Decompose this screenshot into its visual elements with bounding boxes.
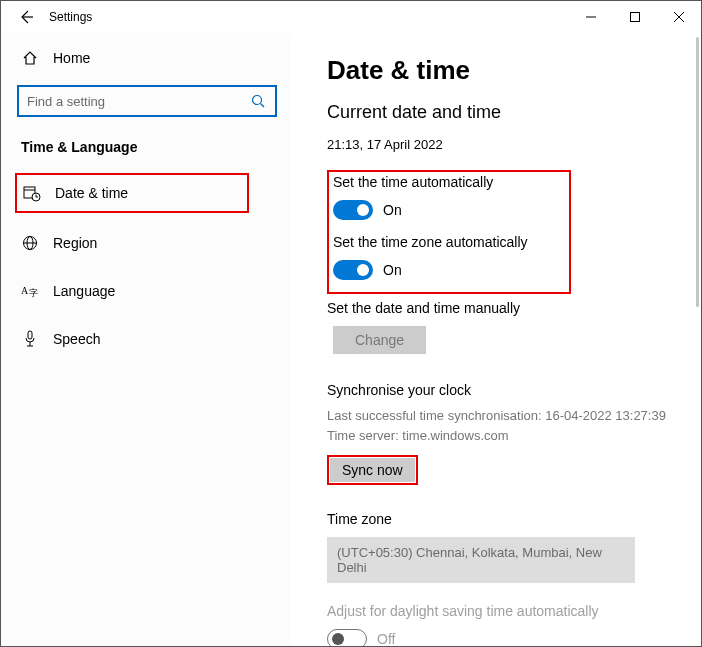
home-label: Home — [53, 50, 90, 66]
microphone-icon — [21, 330, 39, 348]
svg-rect-1 — [631, 13, 640, 22]
dst-label: Adjust for daylight saving time automati… — [327, 603, 679, 619]
home-link[interactable]: Home — [15, 41, 277, 81]
sync-heading: Synchronise your clock — [327, 382, 679, 398]
svg-point-4 — [253, 96, 262, 105]
maximize-button[interactable] — [613, 1, 657, 33]
scrollbar[interactable] — [696, 37, 699, 307]
nav-language[interactable]: A字 Language — [15, 273, 277, 309]
auto-time-state: On — [383, 202, 402, 218]
nav-date-time[interactable]: Date & time — [15, 173, 249, 213]
manual-label: Set the date and time manually — [327, 300, 679, 316]
svg-rect-16 — [28, 331, 32, 339]
sync-now-button[interactable]: Sync now — [330, 458, 415, 482]
nav-region[interactable]: Region — [15, 225, 277, 261]
search-icon — [249, 92, 267, 110]
sidebar: Home Find a setting Time & Language Date… — [1, 33, 291, 646]
nav-speech[interactable]: Speech — [15, 321, 277, 357]
search-placeholder: Find a setting — [27, 94, 249, 109]
back-icon[interactable] — [11, 8, 41, 26]
settings-window: Settings Home Find a setting — [0, 0, 702, 647]
calendar-clock-icon — [23, 184, 41, 202]
auto-tz-label: Set the time zone automatically — [333, 234, 563, 250]
dst-toggle — [327, 629, 367, 646]
dst-state: Off — [377, 631, 395, 646]
nav-label: Language — [53, 283, 115, 299]
change-button[interactable]: Change — [333, 326, 426, 354]
section-title: Time & Language — [15, 135, 277, 173]
nav-label: Date & time — [55, 185, 128, 201]
current-datetime: 21:13, 17 April 2022 — [327, 137, 679, 152]
close-button[interactable] — [657, 1, 701, 33]
tz-heading: Time zone — [327, 511, 679, 527]
auto-time-label: Set the time automatically — [333, 174, 563, 190]
minimize-button[interactable] — [569, 1, 613, 33]
sync-button-annotation: Sync now — [327, 455, 418, 485]
auto-tz-toggle[interactable] — [333, 260, 373, 280]
window-title: Settings — [41, 10, 569, 24]
home-icon — [21, 49, 39, 67]
svg-text:字: 字 — [29, 288, 38, 298]
title-bar: Settings — [1, 1, 701, 33]
page-title: Date & time — [327, 55, 679, 86]
page-subheading: Current date and time — [327, 102, 679, 123]
globe-icon — [21, 234, 39, 252]
nav-label: Region — [53, 235, 97, 251]
svg-line-5 — [261, 104, 265, 108]
language-icon: A字 — [21, 282, 39, 300]
sync-last: Last successful time synchronisation: 16… — [327, 406, 679, 426]
auto-time-toggle[interactable] — [333, 200, 373, 220]
auto-tz-state: On — [383, 262, 402, 278]
nav-label: Speech — [53, 331, 100, 347]
auto-settings-annotation: Set the time automatically On Set the ti… — [327, 170, 571, 294]
search-input[interactable]: Find a setting — [17, 85, 277, 117]
sync-server: Time server: time.windows.com — [327, 426, 679, 446]
window-controls — [569, 1, 701, 33]
svg-text:A: A — [21, 285, 29, 296]
timezone-select[interactable]: (UTC+05:30) Chennai, Kolkata, Mumbai, Ne… — [327, 537, 635, 583]
main-content: Date & time Current date and time 21:13,… — [291, 33, 701, 646]
